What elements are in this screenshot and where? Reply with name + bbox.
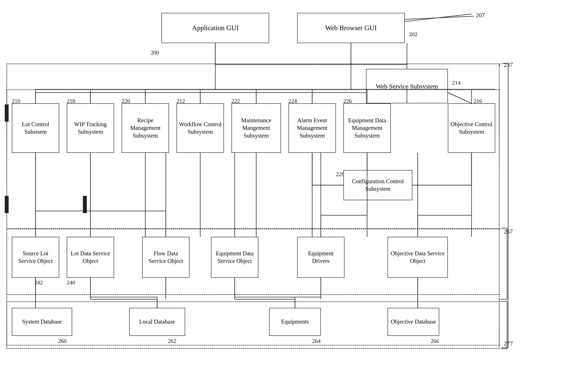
equip-drivers-label: Equipment Drivers <box>299 250 342 265</box>
system-db-ref: 260 <box>58 338 66 344</box>
diagram-container: Application GUI 200 Web Browser GUI 202 … <box>0 0 588 372</box>
local-db-ref: 262 <box>168 338 176 344</box>
workflow-box: Workflow Control Subsystem <box>177 103 224 153</box>
app-gui-box: Application GUI <box>161 13 269 43</box>
alarm-event-label: Alarm Event Management Subsystem <box>291 117 334 139</box>
web-browser-gui-label: Web Browser GUI <box>325 23 377 32</box>
maintenance-box: Maintenance Mangement Subsystem <box>231 103 281 153</box>
wip-tracking-label: WIP Tracking Subsystem <box>69 121 112 136</box>
equip-drivers-box: Equipment Drivers <box>297 237 345 278</box>
config-control-box: Configuration Control Subsystem <box>343 170 412 200</box>
objective-control-label: Objective Control Subsystem <box>450 121 493 136</box>
objective-db-ref: 266 <box>430 338 439 344</box>
lot-data-ref: 240 <box>67 279 75 286</box>
equip-data-mgmt-label: Equipment Data Management Subsystem <box>346 117 389 139</box>
web-browser-gui-box: Web Browser GUI <box>297 13 405 43</box>
lot-data-label: Lot Data Service Object <box>69 250 112 265</box>
ref-277: 277 <box>504 340 513 347</box>
ref-257: 257 <box>504 228 513 235</box>
objective-data-label: Objective Data Service Object <box>390 250 446 265</box>
equip-data-mgmt-box: Equipment Data Management Subsystem <box>343 103 391 153</box>
objective-data-box: Objective Data Service Object <box>388 237 448 278</box>
equipments-ref: 264 <box>312 338 321 344</box>
alarm-event-box: Alarm Event Management Subsystem <box>289 103 336 153</box>
source-lot-ref: 242 <box>34 279 43 286</box>
config-control-label: Configuration Control Subsystem <box>346 178 410 193</box>
flow-data-label: Flow Data Service Object <box>144 250 187 265</box>
recipe-mgmt-label: Recipe Management Subsystem <box>124 117 167 139</box>
local-db-box: Local Database <box>129 308 185 336</box>
svg-line-3 <box>405 14 472 21</box>
web-service-label: Web Service Subsystem <box>376 82 438 90</box>
local-db-label: Local Database <box>139 318 175 326</box>
web-service-ref: 214 <box>452 80 461 86</box>
lot-control-label: Lot Control Substsem <box>14 121 57 136</box>
objective-db-label: Objective Database <box>391 318 436 326</box>
web-browser-gui-ref: 202 <box>409 31 418 38</box>
objective-db-box: Objective Database <box>388 308 439 336</box>
left-tab-top <box>5 104 9 122</box>
system-db-label: System Database <box>22 318 62 326</box>
equipments-box: Equipments <box>269 308 321 336</box>
lot-control-box: Lot Control Substsem <box>12 103 59 153</box>
ref-207: 207 <box>476 12 485 19</box>
objective-control-box: Objective Control Subsystem <box>448 103 495 153</box>
ref-237: 237 <box>504 61 513 68</box>
flow-data-box: Flow Data Service Object <box>142 237 189 278</box>
app-gui-label: Application GUI <box>192 23 239 32</box>
lot-data-box: Lot Data Service Object <box>67 237 114 278</box>
system-db-box: System Database <box>12 308 72 336</box>
equip-data-svc-box: Equipment Data Service Object <box>211 237 258 278</box>
workflow-label: Workflow Control Subsystem <box>179 121 222 136</box>
left-tab-bottom <box>5 196 9 213</box>
equipments-label: Equipments <box>281 318 309 326</box>
maintenance-label: Maintenance Mangement Subsystem <box>234 117 279 139</box>
recipe-mgmt-box: Recipe Management Subsystem <box>122 103 169 153</box>
source-lot-box: Source Lot Service Object <box>12 237 59 278</box>
source-lot-label: Source Lot Service Object <box>14 250 57 265</box>
config-control-ref: 228 <box>336 171 344 178</box>
app-gui-ref: 200 <box>151 50 159 56</box>
right-tab-bottom <box>83 196 87 213</box>
equip-data-svc-label: Equipment Data Service Object <box>213 250 256 265</box>
wip-tracking-box: WIP Tracking Subsystem <box>67 103 114 153</box>
